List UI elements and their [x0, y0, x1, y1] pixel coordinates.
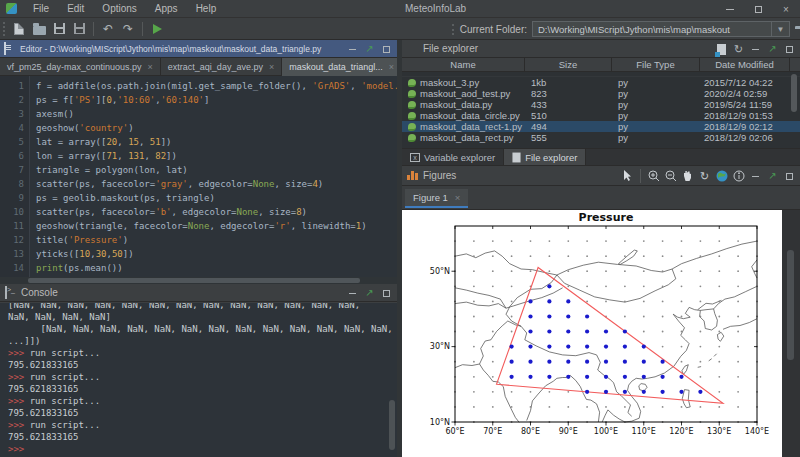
refresh-button[interactable]: ↻	[730, 42, 747, 56]
tab-variable-explorer[interactable]: xVariable explorer	[402, 149, 504, 165]
editor-tab-1[interactable]: extract_aqi_day_ave.py×	[161, 58, 282, 76]
table-row[interactable]: maskout_aod_test.py823py2020/2/4 02:59	[402, 88, 800, 99]
new-file-button[interactable]	[9, 20, 29, 38]
column-header-date-modified[interactable]: Date Modified	[700, 58, 790, 71]
table-row[interactable]: maskout_data_rect-1.py494py2018/12/9 02:…	[402, 121, 800, 132]
column-header-size[interactable]: Size	[525, 58, 612, 71]
close-icon[interactable]: ×	[148, 62, 153, 72]
open-file-button[interactable]	[29, 20, 49, 38]
editor-tab-2[interactable]: maskout_data_triangl...×	[282, 58, 402, 76]
save-button[interactable]	[49, 20, 69, 38]
editor-minimize-button[interactable]	[344, 42, 361, 56]
grid-dot	[700, 331, 702, 333]
code-token: scatter(ps, facecolor=	[36, 179, 155, 189]
python-file-icon	[408, 79, 416, 87]
menu-edit[interactable]: Edit	[58, 1, 93, 16]
close-button[interactable]: ×	[772, 0, 800, 18]
figure-scrollbar-thumb[interactable]	[787, 250, 794, 360]
chevron-down-icon[interactable]: ▼	[771, 22, 789, 36]
code-token: yticks([	[36, 249, 79, 259]
figures-float-button[interactable]: ↗	[764, 169, 781, 183]
console-line: NaN, NaN, NaN, NaN]	[8, 311, 397, 323]
string-token: 'PS'	[74, 95, 96, 105]
code-text: print(ps.mean())	[36, 261, 123, 275]
figures-panel-header[interactable]: Figures ↻ ↗	[402, 166, 800, 186]
identify-button[interactable]	[730, 168, 747, 184]
scrollbar-thumb[interactable]	[28, 278, 360, 283]
country-outline	[455, 251, 557, 275]
file-explorer-maximize-button[interactable]	[781, 42, 798, 56]
console-output[interactable]: [NaN, NaN, NaN, NaN, NaN, NaN, NaN, NaN,…	[0, 303, 397, 457]
console-maximize-button[interactable]	[378, 286, 395, 300]
figure-tab[interactable]: Figure 1 ×	[405, 189, 468, 208]
file-explorer-float-button[interactable]: ↗	[764, 42, 781, 56]
editor-tab-0[interactable]: vf_pm25_day-max_continuous.py×	[0, 58, 161, 76]
console-minimize-button[interactable]	[344, 286, 361, 300]
code-text: geoshow('country')	[36, 121, 134, 135]
close-icon[interactable]: ×	[269, 62, 274, 72]
grid-dot	[718, 255, 720, 257]
undo-button[interactable]: ↶	[98, 20, 118, 38]
menu-file[interactable]: File	[24, 1, 58, 16]
redo-button[interactable]: ↷	[118, 20, 138, 38]
run-script-button[interactable]	[147, 20, 167, 38]
minimize-icon	[349, 49, 356, 50]
console-scrollbar-thumb[interactable]	[389, 400, 395, 450]
figure-tab-label: Figure 1	[413, 192, 448, 203]
file-explorer-minimize-button[interactable]	[747, 42, 764, 56]
masked-dot	[566, 329, 570, 333]
rotate-button[interactable]: ↻	[696, 168, 713, 184]
zoom-out-button[interactable]	[662, 168, 679, 184]
masked-dot	[585, 360, 589, 364]
grid-dot	[737, 406, 739, 408]
globe-button[interactable]	[713, 168, 730, 184]
menu-apps[interactable]: Apps	[146, 1, 187, 16]
grid-dot	[718, 301, 720, 303]
close-icon[interactable]: ×	[455, 192, 461, 203]
bottom-tab-label: Variable explorer	[424, 152, 495, 163]
menu-help[interactable]: Help	[187, 1, 226, 16]
masked-dot	[547, 345, 551, 349]
minimize-icon	[726, 9, 734, 10]
zoom-in-button[interactable]	[645, 168, 662, 184]
new-document-button[interactable]	[713, 42, 730, 56]
grid-dot	[681, 406, 683, 408]
file-explorer-panel-header[interactable]: File explorer ↻ ↗	[402, 40, 800, 58]
close-icon[interactable]: ×	[389, 62, 394, 72]
pan-button[interactable]	[679, 168, 696, 184]
editor-maximize-button[interactable]	[378, 42, 395, 56]
save-as-button[interactable]	[69, 20, 89, 38]
masked-dot	[510, 375, 514, 379]
console-panel-header[interactable]: Console ↗	[0, 284, 397, 302]
table-row[interactable]: maskout_data_rect.py555py2018/12/9 02:06	[402, 132, 800, 143]
tab-file-explorer[interactable]: File explorer	[504, 149, 586, 165]
editor-horizontal-scrollbar[interactable]	[0, 277, 397, 284]
x-tick-label: 80°E	[521, 427, 540, 436]
code-editor[interactable]: 1f = addfile(os.path.join(migl.get_sampl…	[0, 76, 397, 277]
code-token: , size=	[258, 207, 296, 217]
figures-maximize-button[interactable]	[781, 169, 798, 183]
code-text: title('Pressure')	[36, 233, 128, 247]
file-table-scrollbar-thumb[interactable]	[791, 74, 797, 112]
grid-dot	[737, 346, 739, 348]
maximize-button[interactable]	[744, 0, 772, 18]
minimize-button[interactable]	[716, 0, 744, 18]
figures-minimize-button[interactable]	[747, 169, 764, 183]
figure-canvas[interactable]: Pressure60°E70°E80°E90°E100°E110°E120°E1…	[402, 210, 782, 457]
editor-panel-header[interactable]: Editor - D:\Working\MIScript\Jython\mis\…	[0, 40, 397, 58]
minimize-icon	[752, 49, 759, 50]
table-row[interactable]: maskout_data_circle.py510py2018/12/9 01:…	[402, 110, 800, 121]
column-header-name[interactable]: Name	[402, 58, 525, 71]
console-float-button[interactable]: ↗	[361, 286, 378, 300]
table-row[interactable]: maskout_data.py433py2019/5/24 11:59	[402, 99, 800, 110]
select-cursor-button[interactable]	[619, 168, 636, 184]
grid-dot	[737, 376, 739, 378]
code-line: 14print(ps.mean())	[0, 261, 397, 275]
console-line: 795.621833165	[8, 383, 397, 395]
current-folder-combobox[interactable]: D:\Working\MIScript\Jython\mis\map\masko…	[532, 21, 790, 37]
menu-options[interactable]: Options	[93, 1, 145, 16]
grid-dot	[662, 331, 664, 333]
table-row[interactable]: maskout_3.py1kbpy2015/7/12 04:22	[402, 77, 800, 88]
column-header-file-type[interactable]: File Type	[612, 58, 700, 71]
editor-float-button[interactable]: ↗	[361, 42, 378, 56]
